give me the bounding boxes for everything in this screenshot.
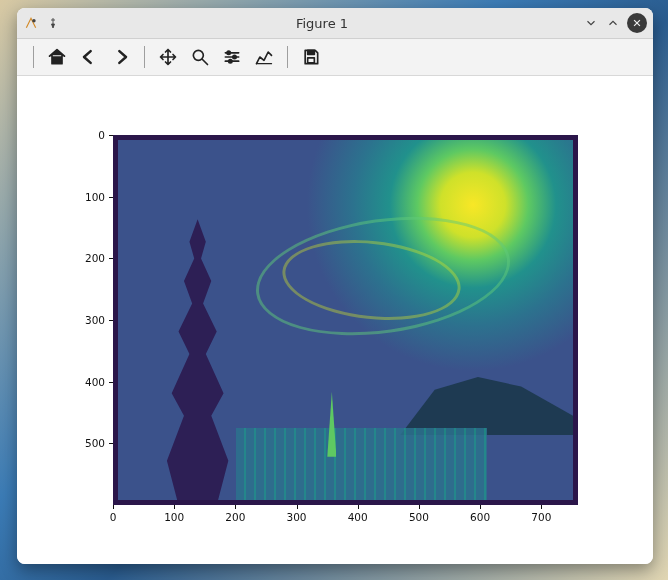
maximize-button[interactable] xyxy=(605,15,621,31)
y-tick-label: 200 xyxy=(25,252,105,264)
configure-subplots-button[interactable] xyxy=(217,42,247,72)
hill-decoration xyxy=(400,370,573,435)
separator xyxy=(144,46,145,68)
y-tick-label: 300 xyxy=(25,314,105,326)
x-tick-label: 700 xyxy=(526,511,556,523)
svg-rect-6 xyxy=(308,58,315,63)
x-tick-label: 100 xyxy=(159,511,189,523)
image-plot xyxy=(113,135,578,505)
separator xyxy=(287,46,288,68)
edit-axis-button[interactable] xyxy=(249,42,279,72)
matplotlib-toolbar xyxy=(17,39,653,76)
axes: 0 100 200 300 400 500 0 100 200 300 400 … xyxy=(113,135,578,505)
village-decoration xyxy=(236,428,486,500)
zoom-button[interactable] xyxy=(185,42,215,72)
app-icon xyxy=(23,15,39,31)
titlebar: Figure 1 xyxy=(17,8,653,39)
x-tick-label: 200 xyxy=(220,511,250,523)
window-title: Figure 1 xyxy=(65,16,579,31)
steeple-decoration xyxy=(327,392,336,457)
cypress-decoration xyxy=(164,219,232,500)
imshow-content xyxy=(118,140,573,500)
x-tick-label: 500 xyxy=(404,511,434,523)
svg-point-3 xyxy=(233,55,236,58)
pan-button[interactable] xyxy=(153,42,183,72)
y-tick-label: 100 xyxy=(25,191,105,203)
separator xyxy=(33,46,34,68)
svg-point-0 xyxy=(32,19,36,23)
x-tick-label: 300 xyxy=(282,511,312,523)
svg-point-2 xyxy=(227,51,230,54)
figure-window: Figure 1 xyxy=(17,8,653,564)
pin-icon[interactable] xyxy=(45,15,61,31)
figure-canvas[interactable]: 0 100 200 300 400 500 0 100 200 300 400 … xyxy=(17,76,653,564)
svg-rect-5 xyxy=(308,50,315,54)
x-tick-label: 600 xyxy=(465,511,495,523)
forward-button[interactable] xyxy=(106,42,136,72)
close-button[interactable] xyxy=(627,13,647,33)
save-button[interactable] xyxy=(296,42,326,72)
svg-point-4 xyxy=(229,60,232,63)
x-tick-label: 400 xyxy=(343,511,373,523)
y-tick-label: 400 xyxy=(25,376,105,388)
back-button[interactable] xyxy=(74,42,104,72)
y-tick-label: 500 xyxy=(25,437,105,449)
x-tick-label: 0 xyxy=(98,511,128,523)
home-button[interactable] xyxy=(42,42,72,72)
svg-point-1 xyxy=(193,50,203,60)
minimize-button[interactable] xyxy=(583,15,599,31)
y-tick-label: 0 xyxy=(25,129,105,141)
